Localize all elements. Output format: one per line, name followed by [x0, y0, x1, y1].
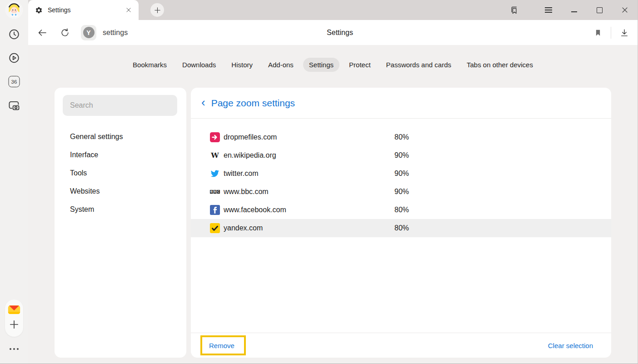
- site-zoom-row[interactable]: www.facebook.com 80%: [191, 201, 611, 219]
- section-tab-label: Protect: [349, 61, 371, 69]
- site-badge[interactable]: Y: [81, 25, 96, 40]
- site-zoom-row[interactable]: twitter.com 90%: [191, 165, 611, 183]
- settings-nav-list: General settingsInterfaceToolsWebsitesSy…: [55, 128, 186, 219]
- page-title: Settings: [327, 20, 353, 45]
- site-zoom-row[interactable]: BBC www.bbc.com 90%: [191, 183, 611, 201]
- browser-tab-settings[interactable]: Settings: [28, 0, 139, 20]
- add-plus-icon[interactable]: [8, 319, 20, 332]
- bookmark-icon[interactable]: [593, 28, 603, 37]
- settings-nav-item[interactable]: Websites: [55, 182, 186, 200]
- site-name: en.wikipedia.org: [224, 151, 276, 160]
- zoom-panel-footer: Remove Clear selection: [191, 333, 611, 358]
- facebook-favicon-icon: [210, 205, 220, 215]
- site-zoom-list: dropmefiles.com 80% W en.wikipedia.org 9…: [191, 119, 611, 333]
- svg-text:C: C: [217, 190, 219, 193]
- page-zoom-header-back[interactable]: ‹ Page zoom settings: [191, 88, 611, 119]
- back-arrow-icon[interactable]: [35, 26, 49, 40]
- settings-section-tab[interactable]: Add-ons: [262, 58, 299, 72]
- tab-close-icon[interactable]: [125, 7, 132, 13]
- site-zoom-value: 80%: [394, 133, 409, 141]
- download-icon[interactable]: [619, 28, 629, 38]
- settings-section-tab[interactable]: Tabs on other devices: [461, 58, 539, 72]
- site-zoom-value: 80%: [394, 206, 409, 214]
- rail-shortcut-pill: [5, 299, 23, 337]
- section-tab-label: Passwords and cards: [386, 61, 451, 69]
- site-zoom-value: 90%: [394, 188, 409, 196]
- yandex-mail-icon[interactable]: [7, 302, 21, 319]
- section-tab-label: Downloads: [182, 61, 216, 69]
- toolbar-divider: [611, 27, 611, 39]
- new-tab-plus-icon: [154, 6, 161, 14]
- site-name: yandex.com: [224, 224, 263, 232]
- settings-section-tab[interactable]: Protect: [343, 58, 377, 72]
- navigation-toolbar: Y settings Settings: [28, 20, 638, 45]
- site-zoom-value: 90%: [394, 170, 409, 178]
- wikipedia-favicon-icon: W: [210, 150, 220, 160]
- history-clock-icon[interactable]: [8, 28, 20, 40]
- address-bar-url[interactable]: settings: [103, 29, 128, 37]
- minimize-icon[interactable]: [568, 5, 579, 15]
- more-dots-icon[interactable]: [10, 348, 19, 350]
- menu-icon[interactable]: [543, 5, 554, 15]
- dropmefiles-favicon-icon: [210, 132, 220, 142]
- section-tab-label: Add-ons: [268, 61, 294, 69]
- browser-window: 36 Settings: [0, 0, 638, 364]
- window-close-icon[interactable]: [619, 5, 630, 15]
- remove-button[interactable]: Remove: [209, 342, 234, 349]
- gear-icon: [35, 6, 43, 14]
- section-tab-label: History: [231, 61, 253, 69]
- settings-section-tab[interactable]: Settings: [303, 58, 339, 72]
- site-zoom-value: 90%: [394, 151, 409, 160]
- section-tab-label: Settings: [309, 61, 334, 69]
- avatar[interactable]: [5, 1, 23, 19]
- new-tab-button[interactable]: [150, 3, 164, 17]
- svg-text:B: B: [214, 190, 216, 193]
- settings-nav-item[interactable]: Interface: [55, 146, 186, 164]
- twitter-favicon-icon: [210, 169, 220, 179]
- settings-section-tab[interactable]: Downloads: [176, 58, 222, 72]
- maximize-icon[interactable]: [594, 5, 605, 15]
- site-zoom-row[interactable]: dropmefiles.com 80%: [191, 128, 611, 146]
- svg-text:W: W: [210, 151, 219, 160]
- yandex-favicon-icon: [210, 223, 220, 233]
- clear-selection-button[interactable]: Clear selection: [548, 342, 593, 349]
- section-tab-label: Tabs on other devices: [467, 61, 533, 69]
- remove-button-highlight: Remove: [200, 335, 246, 355]
- settings-nav-item[interactable]: Tools: [55, 164, 186, 182]
- site-name: twitter.com: [224, 170, 258, 178]
- site-zoom-row[interactable]: W en.wikipedia.org 90%: [191, 146, 611, 165]
- search-input[interactable]: [63, 95, 177, 116]
- settings-nav-item[interactable]: System: [55, 200, 186, 219]
- svg-text:B: B: [210, 190, 213, 193]
- tab-strip: Settings: [28, 0, 638, 20]
- side-panel-bookmark-icon[interactable]: [508, 5, 519, 15]
- site-name: www.bbc.com: [224, 188, 269, 196]
- settings-nav-panel: General settingsInterfaceToolsWebsitesSy…: [55, 88, 186, 358]
- reload-icon[interactable]: [58, 26, 72, 40]
- tab-title: Settings: [48, 6, 120, 14]
- video-play-icon[interactable]: [8, 52, 20, 64]
- bbc-favicon-icon: BBC: [210, 187, 220, 197]
- site-name: www.facebook.com: [224, 206, 286, 214]
- site-name: dropmefiles.com: [224, 133, 277, 141]
- tab-counter-value: 36: [11, 79, 17, 85]
- browser-side-rail: 36: [0, 0, 28, 364]
- settings-section-tabs: BookmarksDownloadsHistoryAdd-onsSettings…: [28, 58, 638, 72]
- settings-section-tab[interactable]: History: [225, 58, 259, 72]
- site-zoom-value: 80%: [394, 224, 409, 232]
- back-chevron-icon: ‹: [201, 96, 205, 108]
- settings-section-tab[interactable]: Bookmarks: [127, 58, 173, 72]
- alice-avatar-icon: [5, 1, 23, 19]
- settings-nav-item[interactable]: General settings: [55, 128, 186, 146]
- settings-page: BookmarksDownloadsHistoryAdd-onsSettings…: [28, 45, 638, 364]
- yandex-y-icon: Y: [83, 27, 95, 38]
- site-zoom-row[interactable]: yandex.com 80%: [191, 219, 611, 237]
- section-tab-label: Bookmarks: [133, 61, 167, 69]
- window-controls: [508, 5, 638, 15]
- page-zoom-title: Page zoom settings: [211, 98, 295, 109]
- screenshot-icon[interactable]: [8, 99, 20, 112]
- page-zoom-panel: ‹ Page zoom settings dropmefiles.com 80%…: [191, 88, 611, 358]
- tab-counter-badge[interactable]: 36: [9, 76, 20, 87]
- settings-section-tab[interactable]: Passwords and cards: [380, 58, 457, 72]
